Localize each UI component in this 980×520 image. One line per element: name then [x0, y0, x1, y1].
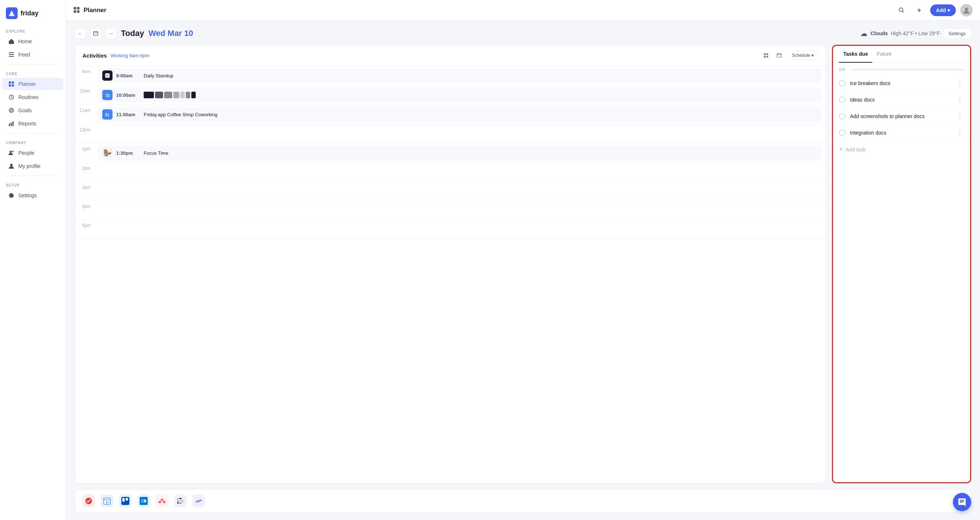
task-3-checkbox[interactable] — [839, 113, 845, 120]
svg-rect-5 — [9, 54, 14, 55]
svg-rect-20 — [74, 7, 76, 10]
planner-icon — [8, 81, 15, 87]
svg-point-12 — [9, 108, 14, 113]
weather-place: Clouds — [870, 30, 888, 36]
svg-rect-8 — [12, 81, 14, 84]
focus-name: Focus Time — [144, 150, 168, 156]
routines-icon — [8, 94, 15, 100]
time-content-10am: 31 10:00am — [94, 85, 826, 105]
time-label-4pm: 4pm — [75, 201, 94, 220]
svg-point-45 — [161, 499, 164, 501]
time-slot-3pm: 3pm — [75, 182, 826, 201]
tab-future[interactable]: Future — [872, 46, 896, 63]
integration-todoist[interactable] — [83, 495, 95, 507]
time-label-2pm: 2pm — [75, 163, 94, 182]
sidebar-item-reports[interactable]: Reports — [2, 117, 64, 130]
task-1-menu-button[interactable]: ⋮ — [955, 79, 964, 88]
svg-rect-21 — [77, 7, 80, 10]
task-2-menu-button[interactable]: ⋮ — [955, 95, 964, 104]
sidebar-item-label: Goals — [18, 107, 32, 113]
core-section-label: CORE — [0, 67, 65, 77]
sidebar-item-label: My profile — [18, 163, 41, 169]
weather-settings-button[interactable]: Settings — [943, 28, 971, 39]
prev-day-button[interactable]: ← — [75, 28, 86, 39]
sidebar-item-routines[interactable]: Routines — [2, 91, 64, 104]
coworking-time: 11:00am — [116, 112, 140, 117]
sidebar-divider-1 — [6, 64, 60, 65]
event-focus[interactable]: 🦫 1:30pm Focus Time — [98, 145, 821, 160]
sidebar-item-people[interactable]: People — [2, 147, 64, 159]
time-label-5pm: 5pm — [75, 220, 94, 239]
sidebar: friday EXPLORE Home Feed CORE Planner Ro… — [0, 0, 66, 520]
svg-rect-48 — [177, 501, 178, 504]
add-task-row[interactable]: + Add task — [833, 141, 970, 158]
svg-rect-23 — [77, 10, 80, 13]
chat-button[interactable] — [953, 493, 971, 511]
time-slot-11am: 11am 31 11:00am Friday.app Coffee Shop C… — [75, 105, 826, 124]
grid-view-button[interactable] — [761, 50, 771, 61]
today-label: Today — [121, 29, 144, 38]
svg-point-13 — [10, 109, 13, 112]
task-4[interactable]: Integration docs ⋮ — [833, 125, 970, 141]
block-2 — [155, 92, 163, 98]
activities-panel: Activities Working 9am-6pm Schedule ▾ — [75, 45, 826, 483]
integration-outlook[interactable] — [137, 495, 150, 507]
tab-tasks-due[interactable]: Tasks due — [839, 46, 872, 63]
calendar-button[interactable] — [90, 28, 101, 39]
event-standup[interactable]: 9:00am Daily Standup — [98, 68, 821, 83]
block-1 — [144, 92, 154, 98]
svg-rect-30 — [764, 56, 765, 57]
integration-asana[interactable] — [156, 495, 168, 507]
topbar: Planner Add ▾ — [66, 0, 980, 21]
lightning-button[interactable] — [913, 4, 926, 17]
sidebar-item-label: Reports — [18, 121, 36, 126]
blocks-time: 10:00am — [116, 93, 140, 98]
logo[interactable]: friday — [0, 5, 65, 25]
time-label-9am: 9am — [75, 66, 94, 85]
svg-rect-34 — [106, 75, 109, 75]
sidebar-item-planner[interactable]: Planner — [2, 78, 64, 90]
sidebar-item-label: People — [18, 150, 35, 156]
standup-icon — [102, 70, 113, 81]
task-4-menu-button[interactable]: ⋮ — [955, 128, 964, 137]
event-blocks[interactable]: 31 10:00am — [98, 88, 821, 102]
sidebar-item-settings[interactable]: Settings — [2, 189, 64, 202]
integration-clickup[interactable] — [192, 495, 205, 507]
svg-rect-4 — [9, 53, 14, 53]
user-avatar[interactable] — [960, 4, 973, 16]
next-day-button[interactable]: → — [105, 28, 116, 39]
svg-rect-27 — [94, 32, 98, 35]
integration-gcal[interactable]: 31 — [101, 495, 113, 507]
add-label: Add — [936, 7, 946, 13]
integration-trello[interactable] — [119, 495, 132, 507]
sidebar-item-home[interactable]: Home — [2, 35, 64, 48]
sidebar-item-myprofile[interactable]: My profile — [2, 160, 64, 172]
task-2[interactable]: Ideas docs ⋮ — [833, 92, 970, 108]
task-3-menu-button[interactable]: ⋮ — [955, 112, 964, 121]
search-button[interactable] — [895, 4, 908, 17]
task-1-name: Ice breakers docs — [850, 80, 951, 86]
topbar-actions: Add ▾ — [895, 4, 973, 17]
svg-rect-22 — [74, 10, 76, 13]
add-button[interactable]: Add ▾ — [930, 5, 956, 16]
sidebar-item-goals[interactable]: Goals — [2, 104, 64, 116]
task-3[interactable]: Add screenshots to planner docs ⋮ — [833, 108, 970, 125]
schedule-button[interactable]: Schedule ▾ — [787, 51, 818, 60]
date-header: ← → Today Wed Mar 10 ☁ Clouds High 42°F … — [75, 28, 971, 39]
task-4-checkbox[interactable] — [839, 129, 845, 136]
standup-time: 9:00am — [116, 73, 140, 78]
svg-rect-43 — [126, 498, 128, 501]
event-coworking[interactable]: 31 11:00am Friday.app Coffee Shop Cowork… — [98, 107, 821, 122]
time-slot-2pm: 2pm — [75, 163, 826, 182]
svg-text:31: 31 — [105, 501, 109, 504]
task-1-checkbox[interactable] — [839, 80, 845, 86]
task-3-name: Add screenshots to planner docs — [850, 113, 951, 119]
task-2-name: Ideas docs — [850, 97, 951, 103]
integration-slack[interactable] — [174, 495, 186, 507]
task-2-checkbox[interactable] — [839, 96, 845, 103]
task-1[interactable]: Ice breakers docs ⋮ — [833, 75, 970, 92]
calendar-view-button[interactable] — [774, 50, 784, 61]
sidebar-item-feed[interactable]: Feed — [2, 48, 64, 61]
block-5 — [180, 92, 185, 98]
feed-icon — [8, 51, 15, 58]
